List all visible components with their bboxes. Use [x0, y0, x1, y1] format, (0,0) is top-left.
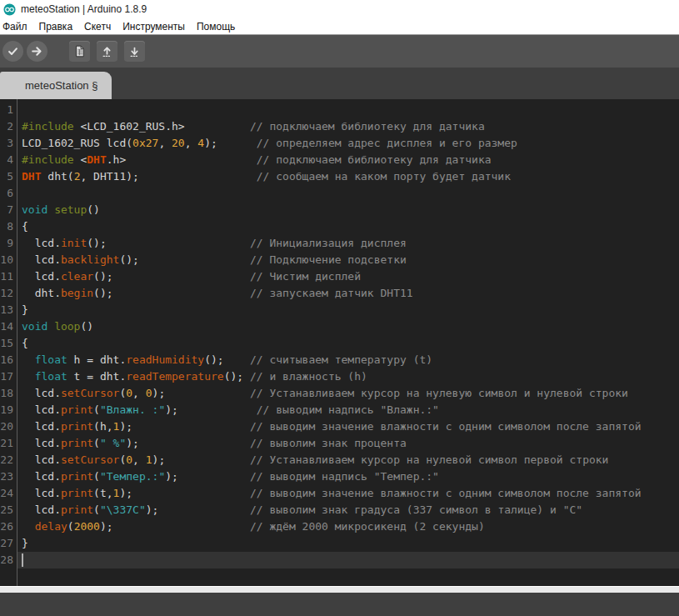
code-line[interactable]: float h = dht.readHumidity(); // считыва… — [17, 352, 679, 368]
code-line[interactable]: lcd.print(h,1); // выводим значение влаж… — [17, 418, 679, 435]
code-line[interactable] — [17, 102, 679, 118]
code-line[interactable]: lcd.backlight(); // Подключение подсветк… — [17, 252, 679, 268]
code-editor[interactable]: 1234567891011121314151617181920212223242… — [0, 99, 679, 586]
line-number: 15 — [0, 335, 17, 352]
line-number: 22 — [0, 452, 17, 468]
code-line[interactable]: } — [17, 535, 679, 552]
line-number: 18 — [0, 385, 17, 402]
menu-bar: ФайлПравкаСкетчИнструментыПомощь — [0, 18, 679, 35]
tab-label: meteoStation § — [25, 79, 97, 92]
line-number: 20 — [0, 418, 17, 435]
menu-item-file[interactable]: Файл — [0, 20, 33, 33]
code-line[interactable]: lcd.setCursor(0, 0); // Устанавливаем ку… — [17, 385, 679, 402]
code-line[interactable]: #include <DHT.h> // подключаем библиотек… — [17, 152, 679, 168]
save-button[interactable] — [124, 41, 145, 62]
arduino-logo-icon — [3, 3, 16, 16]
line-number: 8 — [0, 218, 17, 235]
line-number-gutter: 1234567891011121314151617181920212223242… — [0, 99, 17, 586]
open-button[interactable] — [97, 41, 117, 62]
line-number: 16 — [0, 352, 17, 368]
code-line[interactable]: float t = dht.readTemperature(); // и вл… — [17, 368, 679, 385]
code-line[interactable]: { — [17, 335, 679, 352]
code-line[interactable]: lcd.print("\337C"); // выволим знак град… — [17, 502, 679, 518]
new-sketch-button[interactable] — [69, 41, 90, 62]
arrow-right-icon — [28, 43, 46, 60]
tab-bar: meteoStation § — [0, 68, 679, 99]
tab-meteostation[interactable]: meteoStation § — [0, 72, 112, 99]
code-line[interactable]: { — [17, 218, 679, 235]
verify-button[interactable] — [2, 41, 23, 62]
code-line[interactable]: lcd.clear(); // Чистим дисплей — [17, 268, 679, 285]
code-line[interactable]: dht.begin(); // запускаем датчик DHT11 — [17, 285, 679, 302]
code-line[interactable]: lcd.print(t,1); // выводим значение влаж… — [17, 485, 679, 502]
status-bar — [0, 586, 679, 593]
line-number: 14 — [0, 318, 17, 335]
line-number: 7 — [0, 202, 17, 218]
line-number: 6 — [0, 185, 17, 202]
line-number: 9 — [0, 235, 17, 252]
line-number: 10 — [0, 252, 17, 268]
menu-item-sketch[interactable]: Скетч — [78, 20, 117, 33]
text-caret — [22, 553, 23, 567]
line-number: 28 — [0, 552, 17, 568]
line-number: 4 — [0, 152, 17, 168]
check-icon — [4, 43, 22, 60]
code-line[interactable]: lcd.print("Темпер.:"); // выводим надпис… — [17, 468, 679, 485]
window-title: meteoStation | Arduino 1.8.9 — [21, 3, 147, 15]
console-output — [0, 593, 679, 616]
code-line[interactable]: lcd.setCursor(0, 1); // Устанавливаем ку… — [17, 452, 679, 468]
code-line[interactable]: LCD_1602_RUS lcd(0x27, 20, 4); // опреде… — [17, 135, 679, 152]
code-line[interactable]: DHT dht(2, DHT11); // сообщаем на каком … — [17, 168, 679, 185]
line-number: 27 — [0, 535, 17, 552]
toolbar — [0, 35, 679, 68]
line-number: 21 — [0, 435, 17, 452]
line-number: 5 — [0, 168, 17, 185]
menu-item-help[interactable]: Помощь — [191, 20, 241, 33]
title-bar: meteoStation | Arduino 1.8.9 — [0, 0, 679, 18]
line-number: 2 — [0, 118, 17, 135]
menu-item-tools[interactable]: Инструменты — [117, 20, 191, 33]
code-line[interactable]: lcd.print("Влажн. :"); // выводим надпис… — [17, 402, 679, 418]
code-line[interactable]: delay(2000); // ждём 2000 микросикенд (2… — [17, 518, 679, 535]
arrow-up-icon — [99, 43, 115, 59]
menu-item-edit[interactable]: Правка — [33, 20, 79, 33]
code-line[interactable]: void setup() — [17, 202, 679, 218]
upload-button[interactable] — [27, 41, 47, 62]
code-line[interactable] — [17, 552, 679, 568]
line-number: 19 — [0, 402, 17, 418]
line-number: 13 — [0, 302, 17, 318]
code-line[interactable] — [17, 185, 679, 202]
line-number: 23 — [0, 468, 17, 485]
line-number: 11 — [0, 268, 17, 285]
document-icon — [72, 43, 87, 59]
line-number: 12 — [0, 285, 17, 302]
line-number: 1 — [0, 102, 17, 118]
line-number: 25 — [0, 502, 17, 518]
code-area[interactable]: #include <LCD_1602_RUS.h> // подключаем … — [17, 99, 679, 586]
code-line[interactable]: #include <LCD_1602_RUS.h> // подключаем … — [17, 118, 679, 135]
line-number: 17 — [0, 368, 17, 385]
line-number: 3 — [0, 135, 17, 152]
code-line[interactable]: lcd.init(); // Инициализация дисплея — [17, 235, 679, 252]
code-line[interactable]: lcd.print(" %"); // выволим знак процент… — [17, 435, 679, 452]
code-line[interactable]: } — [17, 302, 679, 318]
code-line[interactable]: void loop() — [17, 318, 679, 335]
arrow-down-icon — [127, 43, 142, 59]
line-number: 24 — [0, 485, 17, 502]
arduino-ide-window: meteoStation | Arduino 1.8.9 ФайлПравкаС… — [0, 0, 679, 616]
line-number: 26 — [0, 518, 17, 535]
